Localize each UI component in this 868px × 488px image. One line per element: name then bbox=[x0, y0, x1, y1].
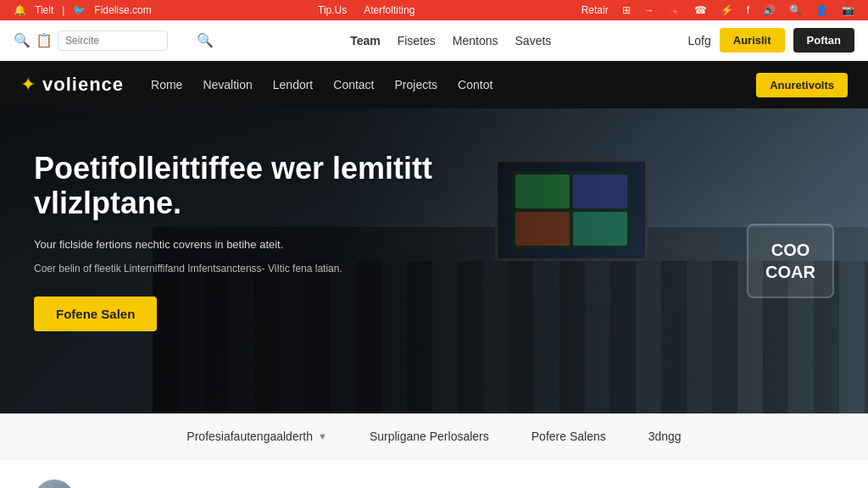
hero-badge-line1: COO bbox=[765, 239, 815, 261]
top-twitter-icon: 🐦 bbox=[73, 4, 86, 16]
hero-title: Poetifolleittiffee wer lemititt vlizlpta… bbox=[34, 151, 441, 221]
top-bar-left: 🔔 Tielt | 🐦 Fidelise.com bbox=[14, 4, 152, 16]
sec-nav-links: Rome Nevaltion Lendort Contact Projects … bbox=[151, 78, 756, 92]
logo: ✦ volience bbox=[20, 74, 124, 96]
secondary-cta-button[interactable]: Poftan bbox=[793, 28, 854, 53]
bottom-content: Inurationsvatte bbox=[100, 480, 834, 488]
sec-nav-contact[interactable]: Contact bbox=[333, 78, 374, 92]
top-bar-center: Tip.Us Aterfoltiting bbox=[318, 4, 415, 16]
hero-cta-button[interactable]: Fofene Salen bbox=[34, 297, 157, 331]
top-brand-icon: 🔔 bbox=[14, 4, 26, 16]
nav-bar: 🔍 📋 🔍 Team Fisetes Mentons Savets Lofg A… bbox=[0, 20, 868, 61]
logo-icon: ✦ bbox=[20, 74, 36, 96]
top-icon-user: 👤 bbox=[815, 4, 828, 16]
bottom-preview: Inurationsvatte bbox=[0, 459, 868, 488]
stats-label-1: Surpligane Perlosalers bbox=[370, 430, 489, 443]
top-icon-bolt: ⚡ bbox=[721, 4, 733, 16]
top-icon-fb: f bbox=[747, 4, 749, 16]
top-twitter-link[interactable]: Fidelise.com bbox=[94, 4, 151, 16]
search-input[interactable] bbox=[58, 30, 168, 51]
nav-actions: Lofg Aurislit Poftan bbox=[688, 28, 855, 53]
primary-cta-button[interactable]: Aurislit bbox=[720, 28, 785, 53]
top-separator: | bbox=[62, 4, 64, 16]
chevron-icon-0: ▼ bbox=[318, 431, 327, 441]
stats-item-3: 3dngg bbox=[648, 430, 682, 443]
avatar bbox=[34, 480, 75, 488]
sec-nav-contot[interactable]: Contot bbox=[458, 78, 492, 92]
stats-item-1: Surpligane Perlosalers bbox=[370, 430, 489, 443]
top-center-link-1[interactable]: Tip.Us bbox=[318, 4, 347, 16]
top-brand-link[interactable]: Tielt bbox=[35, 4, 53, 16]
stats-label-2: Pofere Salens bbox=[531, 430, 606, 443]
hero-badge-line2: COAR bbox=[765, 261, 815, 283]
nav-link-mentons[interactable]: Mentons bbox=[453, 34, 498, 47]
stats-label-3: 3dngg bbox=[648, 430, 682, 443]
nav-link-fisetes[interactable]: Fisetes bbox=[398, 34, 436, 47]
search-icon: 🔍 bbox=[14, 32, 31, 48]
top-icon-grid: ⊞ bbox=[622, 4, 631, 16]
nav-links: Team Fisetes Mentons Savets bbox=[227, 34, 675, 47]
top-right-link-retair[interactable]: Retair bbox=[581, 4, 609, 16]
nav-link-team[interactable]: Team bbox=[350, 34, 381, 47]
sec-nav-projects[interactable]: Projects bbox=[395, 78, 438, 92]
stats-label-0: Profesiafautengaalderth bbox=[186, 430, 313, 443]
nav-search-icon2: 🔍 bbox=[197, 32, 214, 48]
nav-link-savets[interactable]: Savets bbox=[515, 34, 552, 47]
sec-nav-home[interactable]: Rome bbox=[151, 78, 182, 92]
top-icon-bookmark: 🔖 bbox=[668, 4, 681, 16]
sec-nav-lendort[interactable]: Lendort bbox=[273, 78, 313, 92]
login-button[interactable]: Lofg bbox=[688, 34, 711, 47]
sec-nav-right: Anuretivolts bbox=[756, 73, 848, 97]
hero-badge: COO COAR bbox=[747, 224, 834, 298]
stats-bar: Profesiafautengaalderth ▼ Surpligane Per… bbox=[0, 413, 868, 459]
top-icon-sound: 🔊 bbox=[763, 4, 776, 16]
hero-section: Poetifolleittiffee wer lemititt vlizlpta… bbox=[0, 108, 868, 413]
hero-subtitle: Your ficlside fertions nechtic covrens i… bbox=[34, 236, 441, 253]
top-icon-phone: ☎ bbox=[694, 4, 707, 16]
stats-item-0: Profesiafautengaalderth ▼ bbox=[186, 430, 327, 443]
top-icon-arrow: → bbox=[644, 4, 654, 16]
hero-content: Poetifolleittiffee wer lemititt vlizlpta… bbox=[34, 151, 441, 331]
nav-search-area: 🔍 📋 bbox=[14, 30, 183, 51]
top-center-link-2[interactable]: Aterfoltiting bbox=[364, 4, 415, 16]
top-icon-camera: 📷 bbox=[842, 4, 854, 16]
secondary-nav: ✦ volience Rome Nevaltion Lendort Contac… bbox=[0, 61, 868, 108]
hero-desc: Coer belin of fleetik Linterniffifand Im… bbox=[34, 261, 441, 276]
stats-item-2: Pofere Salens bbox=[531, 430, 606, 443]
top-bar: 🔔 Tielt | 🐦 Fidelise.com Tip.Us Aterfolt… bbox=[0, 0, 868, 20]
sec-nav-nevaltion[interactable]: Nevaltion bbox=[203, 78, 252, 92]
sec-nav-cta-button[interactable]: Anuretivolts bbox=[756, 73, 848, 97]
nav-icon2: 📋 bbox=[36, 32, 53, 48]
top-bar-right: Retair ⊞ → 🔖 ☎ ⚡ f 🔊 🔍 👤 📷 bbox=[581, 4, 854, 16]
top-icon-search: 🔍 bbox=[789, 4, 802, 16]
logo-text: volience bbox=[42, 74, 124, 96]
